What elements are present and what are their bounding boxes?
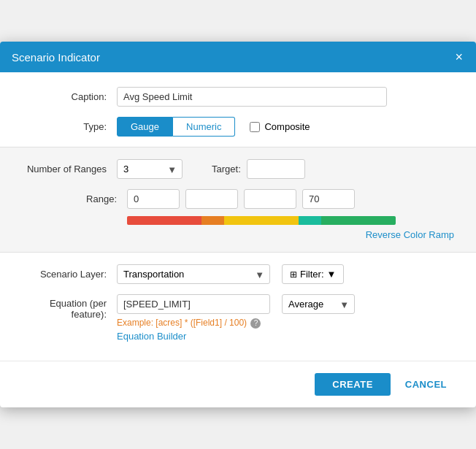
average-select-wrap: Average Sum Min Max ▼ (282, 294, 355, 314)
caption-row: Caption: (22, 87, 454, 107)
range-inputs-group (127, 189, 355, 209)
target-label: Target: (212, 164, 241, 174)
type-label: Type: (22, 121, 117, 132)
average-select[interactable]: Average Sum Min Max (282, 294, 355, 314)
example-text: Example: [acres] * ([Field1] / 100) ? (117, 318, 454, 329)
dialog-title: Scenario Indicator (12, 51, 100, 64)
scenario-layer-label: Scenario Layer: (22, 269, 117, 280)
color-ramp (127, 216, 396, 225)
target-input[interactable] (247, 159, 305, 179)
composite-label: Composite (264, 121, 310, 132)
dialog-footer: CREATE CANCEL (0, 361, 476, 407)
target-group: Target: (212, 159, 305, 179)
ramp-red-segment (127, 216, 201, 225)
number-of-ranges-label: Number of Ranges (22, 164, 117, 174)
range-input-1[interactable] (185, 189, 238, 209)
equation-input[interactable] (117, 294, 270, 314)
scenario-layer-select-wrap: Transportation ▼ (117, 264, 270, 284)
filter-label: Filter: (300, 269, 324, 280)
range-label-spacer: Range: (22, 193, 127, 204)
ramp-cyan-segment (299, 216, 321, 225)
ranges-select[interactable]: 1 2 3 4 5 (117, 159, 183, 179)
ramp-orange-segment (201, 216, 224, 225)
reverse-color-ramp-row: Reverse Color Ramp (22, 229, 454, 240)
composite-checkbox[interactable] (250, 122, 260, 132)
equation-top: Average Sum Min Max ▼ (117, 294, 454, 314)
ramp-green-segment (321, 216, 396, 225)
scenario-indicator-dialog: Scenario Indicator × Caption: Type: Gaug… (0, 42, 476, 407)
close-button[interactable]: × (453, 50, 464, 64)
composite-group: Composite (250, 121, 310, 132)
reverse-color-ramp-link[interactable]: Reverse Color Ramp (366, 229, 454, 240)
range-input-0[interactable] (127, 189, 180, 209)
ranges-section: Number of Ranges 1 2 3 4 5 ▼ Target: (0, 147, 476, 253)
equation-label: Equation (perfeature): (22, 294, 117, 320)
scenario-layer-select[interactable]: Transportation (117, 264, 270, 284)
equation-right: Average Sum Min Max ▼ Example: [acres] *… (117, 294, 454, 342)
range-input-2[interactable] (244, 189, 296, 209)
caption-input[interactable] (117, 87, 387, 107)
ramp-yellow-segment (224, 216, 299, 225)
range-inputs-row: Range: (22, 189, 454, 209)
range-label: Range: (86, 193, 127, 204)
dialog-header: Scenario Indicator × (0, 42, 476, 72)
type-row: Type: Gauge Numeric Composite (22, 117, 454, 137)
type-group: Gauge Numeric (117, 117, 235, 137)
caption-label: Caption: (22, 91, 117, 102)
equation-builder-link[interactable]: Equation Builder (117, 331, 454, 342)
range-input-3[interactable] (302, 189, 355, 209)
create-button[interactable]: CREATE (315, 373, 390, 396)
number-of-ranges-row: Number of Ranges 1 2 3 4 5 ▼ Target: (22, 159, 454, 179)
type-gauge-button[interactable]: Gauge (117, 117, 173, 137)
example-text-content: Example: [acres] * ([Field1] / 100) (117, 318, 247, 328)
type-numeric-button[interactable]: Numeric (173, 117, 235, 137)
equation-row: Equation (perfeature): Average Sum Min M… (22, 294, 454, 342)
color-ramp-row (22, 216, 454, 225)
dialog-body: Caption: Type: Gauge Numeric Composite N… (0, 72, 476, 361)
filter-layers-icon: ⊞ (290, 269, 297, 280)
help-icon[interactable]: ? (250, 318, 261, 329)
ranges-select-wrap: 1 2 3 4 5 ▼ (117, 159, 183, 179)
filter-button[interactable]: ⊞ Filter: ▼ (282, 264, 344, 284)
filter-dropdown-arrow-icon: ▼ (327, 269, 337, 280)
cancel-button[interactable]: CANCEL (398, 373, 454, 396)
scenario-layer-row: Scenario Layer: Transportation ▼ ⊞ Filte… (22, 264, 454, 284)
